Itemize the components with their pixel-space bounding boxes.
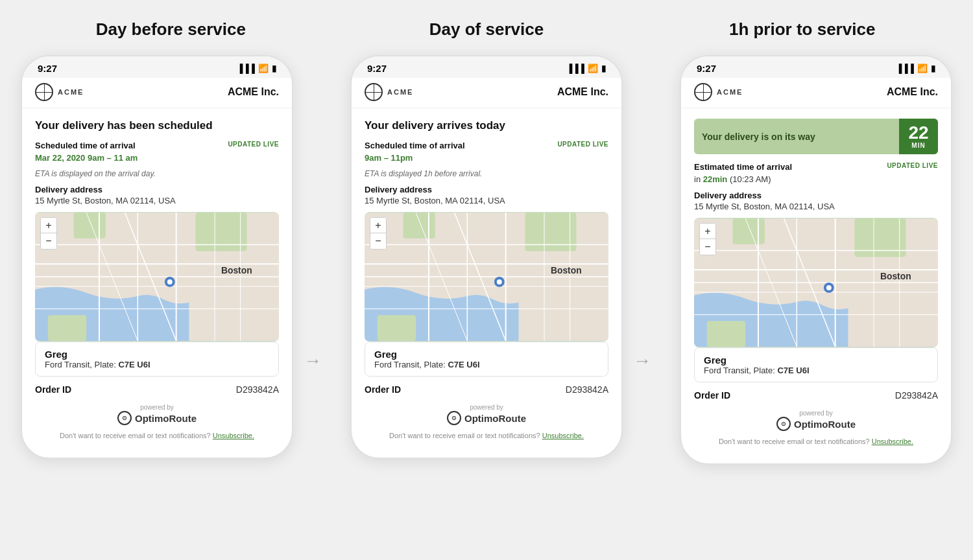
- powered-by-3: powered by ⊙ OptimoRoute: [694, 403, 938, 434]
- arrival-value-1: Mar 22, 2020 9am – 11 am: [35, 153, 279, 163]
- driver-plate-2: C7E U6I: [448, 360, 479, 369]
- acme-text-1: ACME: [58, 88, 84, 96]
- app-header-1: ACME ACME Inc.: [22, 78, 292, 108]
- optimo-name-1: OptimoRoute: [135, 413, 197, 424]
- svg-rect-21: [403, 213, 435, 239]
- driver-name-3: Greg: [704, 355, 928, 366]
- order-label-1: Order ID: [35, 384, 71, 395]
- order-row-2: Order ID D293842A: [365, 377, 608, 397]
- phone2: 9:27 ▐▐▐ 📶 ▮ ACME ACME Inc. Your deliver…: [350, 55, 623, 459]
- unsubscribe-text-1: Don't want to receive email or text noti…: [60, 432, 211, 439]
- arrival-row-2: Scheduled time of arrival UPDATED LIVE: [365, 141, 608, 152]
- address-label-3: Delivery address: [694, 191, 938, 200]
- unsubscribe-text-2: Don't want to receive email or text noti…: [389, 432, 540, 439]
- svg-rect-39: [854, 218, 906, 257]
- zoom-out-1[interactable]: −: [41, 233, 56, 249]
- address-label-2: Delivery address: [365, 185, 608, 194]
- signal-icon-2: ▐▐▐: [566, 64, 584, 73]
- powered-text-2: powered by: [365, 404, 608, 411]
- col3-title: 1h prior to service: [646, 19, 959, 40]
- app-header-2: ACME ACME Inc.: [352, 78, 621, 108]
- unsubscribe-row-3: Don't want to receive email or text noti…: [694, 438, 938, 445]
- company-name-2: ACME Inc.: [557, 86, 608, 98]
- unsubscribe-link-1[interactable]: Unsubscribe.: [213, 432, 254, 439]
- order-id-2: D293842A: [566, 384, 608, 395]
- status-icons-3: ▐▐▐ 📶 ▮: [896, 64, 935, 73]
- address-label-1: Delivery address: [35, 185, 279, 194]
- map-controls-2[interactable]: + −: [370, 217, 387, 250]
- acme-text-2: ACME: [387, 88, 413, 96]
- signal-icon-3: ▐▐▐: [896, 64, 914, 73]
- eta-note-2: ETA is displayed 1h before arrival.: [365, 169, 608, 178]
- battery-icon-2: ▮: [601, 64, 606, 73]
- driver-vehicle-3: Ford Transit, Plate: C7E U6I: [704, 366, 928, 375]
- svg-text:Boston: Boston: [880, 271, 911, 281]
- badge-number: 22: [908, 124, 928, 142]
- address-value-2: 15 Myrtle St, Boston, MA 02114, USA: [365, 196, 608, 205]
- driver-vehicle-text-3: Ford Transit, Plate:: [704, 366, 777, 375]
- driver-vehicle-2: Ford Transit, Plate: C7E U6I: [374, 360, 599, 369]
- svg-point-56: [826, 285, 832, 290]
- arrival-label-3: Estimated time of arrival: [694, 162, 792, 172]
- driver-card-3: Greg Ford Transit, Plate: C7E U6I: [694, 347, 938, 382]
- status-icons-1: ▐▐▐ 📶 ▮: [237, 64, 276, 73]
- status-bar-1: 9:27 ▐▐▐ 📶 ▮: [22, 56, 292, 78]
- unsubscribe-row-2: Don't want to receive email or text noti…: [365, 432, 608, 439]
- arrival-row-3: Estimated time of arrival UPDATED LIVE: [694, 162, 938, 173]
- powered-text-3: powered by: [694, 410, 938, 417]
- driver-name-2: Greg: [374, 349, 599, 360]
- section-title-1: Your delivery has been scheduled: [35, 119, 279, 133]
- updated-live-3: UPDATED LIVE: [887, 162, 938, 169]
- zoom-in-1[interactable]: +: [41, 218, 56, 233]
- powered-text-1: powered by: [35, 404, 279, 411]
- page-header: Day before service Day of service 1h pri…: [13, 19, 960, 40]
- phone3-body: Your delivery is on its way 22 MIN Estim…: [681, 108, 951, 445]
- zoom-out-3[interactable]: −: [700, 239, 715, 255]
- battery-icon-3: ▮: [931, 64, 935, 73]
- order-label-3: Order ID: [694, 390, 730, 401]
- unsubscribe-row-1: Don't want to receive email or text noti…: [35, 432, 279, 439]
- arrival-row-1: Scheduled time of arrival UPDATED LIVE: [35, 141, 279, 152]
- map-controls-3[interactable]: + −: [699, 223, 716, 255]
- unsubscribe-link-3[interactable]: Unsubscribe.: [872, 438, 913, 445]
- svg-text:Boston: Boston: [221, 265, 252, 275]
- optimo-icon-3: ⊙: [776, 417, 791, 431]
- company-name-3: ACME Inc.: [887, 86, 938, 98]
- wifi-icon: 📶: [258, 64, 269, 73]
- svg-rect-40: [732, 218, 764, 244]
- unsubscribe-text-3: Don't want to receive email or text noti…: [719, 438, 870, 445]
- zoom-out-2[interactable]: −: [370, 233, 386, 249]
- map-controls-1[interactable]: + −: [40, 217, 57, 250]
- delivery-banner: Your delivery is on its way 22 MIN: [694, 119, 938, 154]
- zoom-in-2[interactable]: +: [370, 218, 386, 233]
- driver-plate-3: C7E U6I: [777, 366, 809, 375]
- svg-point-37: [497, 279, 502, 285]
- optimo-icon-2: ⊙: [447, 411, 461, 425]
- phone3-wrapper: 9:27 ▐▐▐ 📶 ▮ ACME ACME Inc. Your deliver…: [680, 55, 952, 465]
- phone1: 9:27 ▐▐▐ 📶 ▮ ACME ACME Inc. Your deliver…: [21, 55, 293, 459]
- status-time-1: 9:27: [38, 63, 57, 74]
- phones-row: 9:27 ▐▐▐ 📶 ▮ ACME ACME Inc. Your deliver…: [13, 55, 960, 465]
- arrow-2: →: [633, 351, 651, 371]
- optimoroute-logo-1: ⊙ OptimoRoute: [35, 411, 279, 425]
- phone2-wrapper: 9:27 ▐▐▐ 📶 ▮ ACME ACME Inc. Your deliver…: [350, 55, 651, 459]
- arrival-value-2: 9am – 11pm: [365, 153, 608, 163]
- phone1-body: Your delivery has been scheduled Schedul…: [22, 108, 292, 439]
- wifi-icon-2: 📶: [588, 64, 598, 73]
- zoom-in-3[interactable]: +: [700, 224, 715, 239]
- driver-card-2: Greg Ford Transit, Plate: C7E U6I: [365, 342, 608, 377]
- acme-logo-3: ACME: [694, 83, 743, 101]
- driver-plate-1: C7E U6I: [118, 360, 150, 369]
- powered-by-1: powered by ⊙ OptimoRoute: [35, 397, 279, 428]
- svg-point-18: [167, 279, 173, 285]
- unsubscribe-link-2[interactable]: Unsubscribe.: [542, 432, 584, 439]
- company-name-1: ACME Inc.: [228, 86, 279, 98]
- acme-text-3: ACME: [717, 88, 743, 96]
- arrival-label-1: Scheduled time of arrival: [35, 141, 136, 150]
- address-value-1: 15 Myrtle St, Boston, MA 02114, USA: [35, 196, 279, 205]
- updated-live-1: UPDATED LIVE: [228, 141, 279, 148]
- svg-rect-41: [707, 321, 745, 347]
- status-bar-2: 9:27 ▐▐▐ 📶 ▮: [352, 56, 621, 78]
- battery-icon: ▮: [272, 64, 276, 73]
- order-row-1: Order ID D293842A: [35, 377, 279, 397]
